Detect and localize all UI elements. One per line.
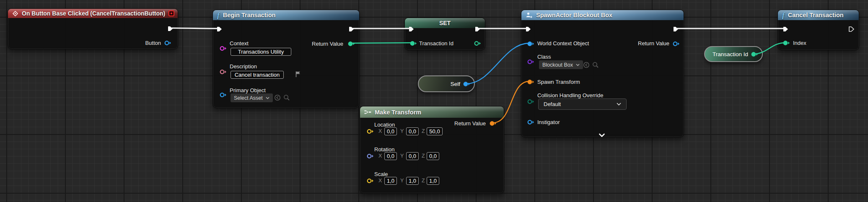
rotation-y-input[interactable]: 0,0	[406, 152, 419, 160]
node-set-transaction-id[interactable]: SET Transaction Id	[404, 18, 485, 50]
node-title: On Button Base Clicked (CancelTransactio…	[22, 10, 165, 17]
location-y-input[interactable]: 0,0	[406, 127, 419, 135]
spawn-actor-icon	[526, 12, 533, 18]
pin-label-context: Context	[230, 40, 249, 47]
exec-out-pin[interactable]	[167, 26, 174, 32]
collision-handling-pin[interactable]	[527, 99, 534, 104]
node-make-transform[interactable]: Make Transform Return Value Location X 0…	[360, 106, 504, 194]
pin-label-return-value: Return Value	[454, 120, 486, 127]
exec-in-pin[interactable]	[782, 26, 789, 32]
select-asset-dropdown[interactable]: Select Asset	[231, 93, 273, 102]
node-header[interactable]: SET	[405, 18, 485, 28]
axis-z-label: Z	[422, 128, 425, 134]
self-out-pin[interactable]	[463, 81, 470, 87]
pin-label-index: Index	[793, 40, 806, 46]
pin-label-instigator: Instigator	[537, 119, 560, 125]
index-pin[interactable]	[783, 40, 790, 46]
location-pin[interactable]	[367, 129, 374, 134]
pin-label-return-value: Return Value	[312, 41, 343, 47]
pin-label-scale: Scale	[374, 171, 388, 177]
description-pin[interactable]	[220, 69, 227, 75]
chevron-down-icon	[266, 97, 269, 99]
axis-x-label: X	[378, 153, 382, 159]
node-header[interactable]: Make Transform	[360, 106, 504, 118]
node-begin-transaction[interactable]: f Begin Transaction Return Value Context…	[212, 10, 360, 108]
node-get-transaction-id[interactable]: Transaction Id	[704, 46, 763, 62]
location-z-input[interactable]: 50,0	[427, 127, 443, 135]
node-title: Make Transform	[375, 109, 421, 116]
exec-in-pin[interactable]	[216, 26, 223, 32]
pin-label-button: Button	[145, 40, 161, 46]
pin-label-class: Class	[537, 54, 551, 60]
node-title: Begin Transaction	[223, 12, 276, 18]
self-label: Self	[451, 81, 460, 87]
world-context-object-pin[interactable]	[527, 41, 534, 47]
class-pin[interactable]	[527, 59, 534, 65]
axis-y-label: Y	[400, 153, 404, 159]
class-dropdown[interactable]: Blockout Box	[539, 60, 583, 69]
exec-in-pin[interactable]	[525, 26, 531, 32]
pin-label-transaction-id: Transaction Id	[419, 40, 453, 47]
scale-z-input[interactable]: 1,0	[427, 177, 439, 185]
return-value-pin[interactable]	[348, 41, 355, 47]
pin-label-description: Description	[230, 63, 257, 70]
pin-label-rotation: Rotation	[374, 146, 394, 153]
use-selected-icon[interactable]	[274, 94, 281, 101]
function-icon: f	[782, 12, 785, 19]
node-header[interactable]: f Cancel Transaction	[778, 10, 859, 20]
context-pin[interactable]	[220, 46, 227, 51]
axis-x-label: X	[378, 128, 382, 134]
node-on-button-base-clicked[interactable]: On Button Base Clicked (CancelTransactio…	[8, 8, 178, 49]
pin-label-spawn-transform: Spawn Transform	[537, 79, 580, 85]
node-cancel-transaction[interactable]: f Cancel Transaction Index	[777, 10, 859, 50]
localization-flag-icon[interactable]	[295, 71, 301, 78]
chevron-down-icon	[617, 103, 621, 106]
transaction-id-out-pin[interactable]	[474, 41, 481, 46]
browse-search-icon[interactable]	[592, 62, 599, 68]
spawn-transform-pin[interactable]	[527, 79, 534, 85]
exec-out-pin[interactable]	[673, 26, 679, 32]
pin-label-world-context: World Context Object	[537, 40, 589, 47]
exec-out-pin[interactable]	[348, 26, 355, 32]
rotation-x-input[interactable]: 0,0	[384, 152, 397, 160]
transaction-id-in-pin[interactable]	[410, 41, 417, 46]
node-header[interactable]: SpawnActor Blockout Box	[521, 10, 684, 20]
chevron-down-icon	[576, 64, 580, 66]
location-x-input[interactable]: 0,0	[384, 127, 397, 135]
node-title: SpawnActor Blockout Box	[536, 12, 612, 18]
primary-object-pin[interactable]	[220, 92, 227, 98]
blueprint-canvas[interactable]: On Button Base Clicked (CancelTransactio…	[0, 0, 868, 202]
node-spawnactor-blockout-box[interactable]: SpawnActor Blockout Box World Context Ob…	[521, 10, 684, 137]
button-out-pin[interactable]	[164, 40, 171, 46]
make-struct-icon	[364, 110, 371, 114]
expand-node-chevron-icon[interactable]	[599, 132, 605, 139]
axis-z-label: Z	[422, 153, 425, 159]
transaction-id-out-pin[interactable]	[751, 52, 758, 57]
node-title: SET	[439, 20, 451, 26]
use-selected-icon[interactable]	[583, 62, 590, 68]
return-value-pin[interactable]	[490, 121, 497, 126]
node-header[interactable]: f Begin Transaction	[213, 10, 359, 20]
exec-in-pin[interactable]	[408, 26, 415, 32]
pin-label-return-value: Return Value	[638, 40, 669, 47]
rotation-pin[interactable]	[367, 153, 374, 159]
node-self[interactable]: Self	[418, 75, 475, 92]
axis-y-label: Y	[400, 178, 404, 184]
scale-y-input[interactable]: 1,0	[406, 177, 419, 185]
collision-handling-dropdown[interactable]: Default	[538, 98, 627, 110]
collision-dropdown-value: Default	[544, 101, 561, 107]
rotation-z-input[interactable]: 0,0	[427, 152, 439, 160]
pin-label-location: Location	[374, 122, 395, 128]
wire-exec-event-to-begin[interactable]	[172, 28, 217, 28]
description-input[interactable]: Cancel transaction	[231, 71, 284, 79]
scale-pin[interactable]	[367, 178, 374, 184]
scale-x-input[interactable]: 1,0	[384, 177, 397, 185]
browse-search-icon[interactable]	[283, 94, 290, 101]
exec-out-pin[interactable]	[474, 26, 481, 32]
instigator-pin[interactable]	[527, 119, 534, 125]
context-input[interactable]: Transactions Utility	[231, 48, 291, 56]
return-value-pin[interactable]	[673, 41, 680, 47]
exec-out-pin[interactable]	[848, 26, 855, 32]
node-header[interactable]: On Button Base Clicked (CancelTransactio…	[8, 9, 178, 18]
transaction-id-label: Transaction Id	[713, 51, 748, 57]
